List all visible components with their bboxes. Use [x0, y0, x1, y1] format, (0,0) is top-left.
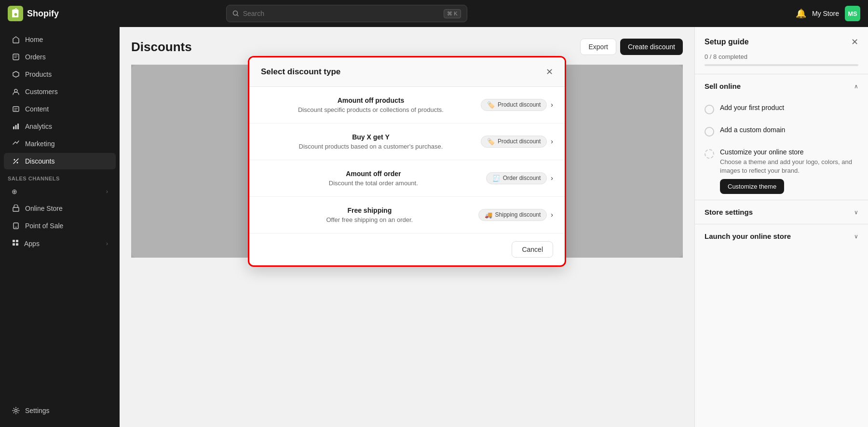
setup-section-sell-online: Sell online ∧ Add your first product Add… [695, 74, 868, 200]
setup-section-sell-online-header[interactable]: Sell online ∧ [695, 74, 868, 98]
setup-item-content-2: Customize your online store Choose a the… [720, 148, 858, 194]
discount-option-desc-0: Discount specific products or collection… [261, 106, 481, 113]
discount-option-buy-x-get-y[interactable]: Buy X get Y Discount products based on a… [249, 124, 565, 160]
svg-rect-10 [13, 207, 19, 211]
create-discount-button[interactable]: Create discount [620, 39, 683, 55]
setup-panel-close-button[interactable]: ✕ [851, 37, 858, 47]
search-input[interactable] [243, 10, 440, 17]
sidebar-item-products[interactable]: Products [4, 66, 116, 83]
svg-rect-14 [13, 243, 15, 246]
setup-section-store-settings: Store settings ∨ [695, 200, 868, 224]
badge-label-0: Product discount [498, 101, 541, 108]
sidebar-item-settings[interactable]: Settings [4, 402, 116, 419]
setup-item-content-1: Add a custom domain [720, 126, 858, 136]
svg-rect-7 [17, 124, 19, 129]
svg-rect-5 [13, 126, 14, 129]
sidebar-item-apps-label: Apps [24, 240, 40, 248]
settings-icon [12, 406, 20, 415]
setup-section-store-settings-header[interactable]: Store settings ∨ [695, 200, 868, 224]
chevron-right-option0-icon: › [551, 101, 553, 109]
expand-icon: ⊕ [12, 188, 17, 195]
sales-channels-label: Sales channels [0, 170, 120, 183]
sidebar-item-online-store[interactable]: Online Store [4, 200, 116, 217]
chevron-right-option1-icon: › [551, 138, 553, 145]
sidebar-item-discounts-label: Discounts [25, 157, 54, 165]
badge-label-1: Product discount [498, 138, 541, 145]
modal-footer: Cancel [249, 233, 565, 265]
customers-icon [12, 87, 20, 96]
sidebar-item-point-of-sale[interactable]: Point of Sale [4, 218, 116, 234]
setup-item-content-0: Add your first product [720, 104, 858, 113]
svg-rect-15 [16, 243, 18, 246]
analytics-icon [12, 122, 20, 131]
sidebar-item-marketing[interactable]: Marketing [4, 136, 116, 152]
progress-bar-wrap [705, 64, 858, 66]
sidebar-item-discounts[interactable]: Discounts [4, 153, 116, 169]
discount-option-amount-off-products[interactable]: Amount off products Discount specific pr… [249, 87, 565, 124]
svg-rect-0 [8, 6, 23, 21]
setup-item-customize-store[interactable]: Customize your online store Choose a the… [695, 142, 868, 200]
chevron-right-icon: › [106, 188, 108, 195]
header-actions: Export Create discount [580, 39, 683, 55]
export-button[interactable]: Export [580, 39, 616, 55]
setup-progress-text: 0 / 8 completed [705, 53, 747, 60]
sidebar-item-content[interactable]: Content [4, 101, 116, 117]
customize-theme-button[interactable]: Customize theme [720, 179, 784, 194]
discounts-icon [12, 157, 20, 165]
discount-option-amount-off-order[interactable]: Amount off order Discount the total orde… [249, 160, 565, 197]
modal-overlay: Select discount type ✕ Amount off produc… [131, 65, 683, 258]
setup-item-add-first-product[interactable]: Add your first product [695, 98, 868, 120]
notifications-icon[interactable]: 🔔 [796, 8, 806, 19]
sidebar-item-apps[interactable]: Apps › [4, 235, 116, 252]
discount-badge-3: 🚚 Shipping discount [478, 209, 547, 221]
discount-option-free-shipping[interactable]: Free shipping Offer free shipping on an … [249, 197, 565, 233]
discount-option-right-1: 🏷️ Product discount › [481, 136, 553, 148]
svg-rect-6 [15, 125, 17, 129]
setup-section-launch-store: Launch your online store ∨ [695, 224, 868, 248]
sidebar-item-online-store-label: Online Store [25, 205, 63, 212]
setup-item-add-custom-domain[interactable]: Add a custom domain [695, 120, 868, 142]
discount-option-info-1: Buy X get Y Discount products based on a… [261, 133, 481, 150]
chevron-right-apps-icon: › [106, 240, 108, 247]
chevron-down-launch-icon: ∨ [854, 233, 858, 240]
sidebar-item-customers[interactable]: Customers [4, 83, 116, 100]
modal-close-button[interactable]: ✕ [546, 68, 553, 76]
discount-badge-2: 🧾 Order discount [486, 172, 547, 184]
sidebar-item-settings-label: Settings [25, 407, 50, 414]
page-title: Discounts [131, 40, 192, 55]
svg-rect-13 [16, 240, 18, 242]
cancel-button[interactable]: Cancel [512, 241, 553, 258]
store-icon [12, 204, 20, 213]
page-header: Discounts Export Create discount [131, 39, 683, 55]
sidebar-item-analytics[interactable]: Analytics [4, 118, 116, 135]
content-area: Discounts Export Create discount Select … [120, 27, 868, 427]
sidebar-item-marketing-label: Marketing [25, 140, 54, 148]
discount-option-right-2: 🧾 Order discount › [486, 172, 553, 184]
badge-icon-2: 🧾 [492, 175, 500, 182]
sidebar-item-pos-label: Point of Sale [25, 222, 63, 230]
setup-item-circle-0 [705, 105, 714, 114]
discount-badge-1: 🏷️ Product discount [481, 136, 547, 148]
discount-option-title-2: Amount off order [261, 170, 486, 178]
sidebar-item-orders-label: Orders [25, 53, 46, 61]
pos-icon [12, 221, 20, 230]
store-avatar[interactable]: MS [845, 6, 860, 21]
empty-state-card: Select discount type ✕ Amount off produc… [131, 65, 683, 258]
badge-icon-0: 🏷️ [487, 101, 495, 109]
sidebar-footer: Settings [0, 398, 120, 423]
sidebar-item-sales-channels-toggle[interactable]: ⊕ › [4, 184, 116, 199]
sidebar-item-customers-label: Customers [25, 88, 58, 96]
badge-label-2: Order discount [503, 175, 541, 181]
sidebar-item-content-label: Content [25, 105, 49, 113]
svg-rect-11 [14, 223, 18, 229]
search-icon [232, 10, 239, 17]
sidebar-item-home[interactable]: Home [4, 31, 116, 48]
sidebar-item-orders[interactable]: Orders [4, 49, 116, 65]
setup-section-launch-store-header[interactable]: Launch your online store ∨ [695, 224, 868, 248]
search-shortcut: ⌘ K [444, 9, 461, 18]
setup-section-launch-store-title: Launch your online store [705, 232, 791, 240]
search-bar[interactable]: ⌘ K [226, 5, 467, 22]
svg-point-9 [17, 162, 18, 164]
setup-item-desc-2: Choose a theme and add your logo, colors… [720, 158, 858, 175]
shopify-logo[interactable]: Shopify [8, 6, 59, 21]
